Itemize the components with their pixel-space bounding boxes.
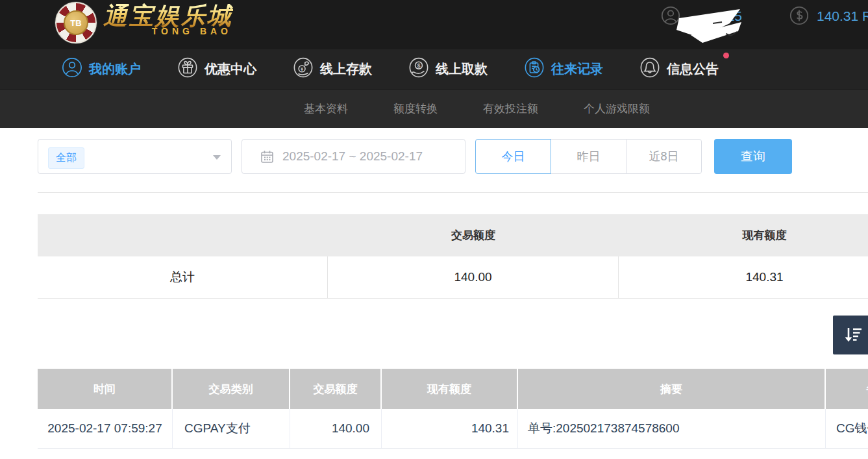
gift-icon <box>177 57 198 81</box>
summary-transaction-amount: 140.00 <box>328 256 619 298</box>
svg-text:$: $ <box>417 62 421 69</box>
nav-item-announcements[interactable]: 信息公告 <box>639 57 719 81</box>
sort-descending-button[interactable] <box>833 316 868 354</box>
summary-current-balance: 140.31 <box>619 256 868 298</box>
balance-dollar-icon <box>789 6 809 28</box>
cell-transaction-amount: 140.00 <box>290 409 382 448</box>
summary-total-label: 总计 <box>38 256 328 298</box>
date-range-input[interactable]: 2025-02-17 ~ 2025-02-17 <box>242 139 465 174</box>
nav-label: 线上存款 <box>320 60 372 78</box>
subnav-item-quota-transfer[interactable]: 额度转换 <box>393 101 438 116</box>
nav-item-records[interactable]: 往来记录 <box>524 57 603 81</box>
nav-item-withdraw[interactable]: $ 线上取款 <box>408 57 488 81</box>
svg-text:¥: ¥ <box>301 66 304 72</box>
nav-label: 信息公告 <box>667 60 719 78</box>
balance-text[interactable]: 140.31 R <box>817 8 868 24</box>
table-row: 2025-02-17 07:59:27 CGPAY支付 140.00 140.3… <box>38 409 868 449</box>
summary-table: 交易额度 现有额度 总计 140.00 140.31 <box>38 214 868 299</box>
selected-type-tag[interactable]: 全部 <box>48 147 84 169</box>
nav-item-promotions[interactable]: 优惠中心 <box>177 57 256 81</box>
nav-item-my-account[interactable]: 我的账户 <box>62 57 141 81</box>
cell-remarks: CG钱包 <box>826 409 868 448</box>
transactions-table-header: 时间 交易类别 交易额度 现有额度 摘要 备注 <box>38 369 868 409</box>
nav-label: 往来记录 <box>551 60 603 78</box>
notification-dot <box>723 53 729 58</box>
main-nav: 我的账户 优惠中心 ¥ 线上存款 <box>0 49 868 89</box>
chip-monogram: TB <box>64 10 88 35</box>
user-icon <box>62 57 82 81</box>
cell-current-balance: 140.31 <box>382 409 518 448</box>
site-subtitle: TONG BAO <box>152 26 232 36</box>
cell-transaction-type: CGPAY支付 <box>173 409 290 448</box>
records-icon <box>524 57 545 81</box>
subnav-item-valid-bets[interactable]: 有效投注额 <box>483 101 538 116</box>
cell-time: 2025-02-17 07:59:27 <box>38 409 173 448</box>
summary-col-current-balance: 现有额度 <box>619 228 868 243</box>
col-transaction-type: 交易类别 <box>173 369 290 409</box>
nav-item-deposit[interactable]: ¥ 线上存款 <box>293 57 372 81</box>
site-logo[interactable]: TB 通宝娱乐城 TONG BAO <box>55 2 233 43</box>
poker-chip-icon: TB <box>55 2 97 43</box>
summary-table-header: 交易额度 现有额度 <box>38 214 868 256</box>
nav-label: 我的账户 <box>89 60 141 78</box>
redaction-scribble <box>674 5 749 44</box>
top-header: TB 通宝娱乐城 TONG BAO 25 140.31 R <box>0 0 868 49</box>
last-8-days-button[interactable]: 近8日 <box>626 139 702 174</box>
bell-icon <box>639 57 660 81</box>
date-range-text: 2025-02-17 ~ 2025-02-17 <box>282 149 423 164</box>
col-current-balance: 现有额度 <box>382 369 518 409</box>
subnav-item-game-limits[interactable]: 个人游戏限额 <box>584 101 650 116</box>
summary-col-transaction-amount: 交易额度 <box>328 228 619 243</box>
transaction-type-select[interactable]: 全部 <box>38 139 232 174</box>
sort-descending-icon <box>842 324 864 346</box>
col-remarks: 备注 <box>826 369 868 409</box>
col-summary: 摘要 <box>518 369 826 409</box>
sub-nav: 基本资料 额度转换 有效投注额 个人游戏限额 <box>0 89 868 128</box>
divider <box>38 192 868 193</box>
query-button[interactable]: 查询 <box>714 139 792 174</box>
withdraw-icon: $ <box>408 57 429 81</box>
col-time: 时间 <box>38 369 173 409</box>
nav-label: 线上取款 <box>436 60 488 78</box>
calendar-icon <box>260 150 274 164</box>
transactions-table: 时间 交易类别 交易额度 现有额度 摘要 备注 2025-02-17 07:59… <box>38 369 868 449</box>
chevron-down-icon <box>213 155 221 160</box>
deposit-icon: ¥ <box>293 57 314 81</box>
yesterday-button[interactable]: 昨日 <box>551 139 626 174</box>
nav-label: 优惠中心 <box>205 60 256 78</box>
summary-total-row: 总计 140.00 140.31 <box>38 256 868 299</box>
subnav-item-basic-info[interactable]: 基本资料 <box>304 101 348 116</box>
col-transaction-amount: 交易额度 <box>290 369 382 409</box>
cell-summary: 单号:202502173874578600 <box>518 409 826 448</box>
quick-date-buttons: 今日 昨日 近8日 <box>475 139 702 174</box>
today-button[interactable]: 今日 <box>475 139 551 174</box>
